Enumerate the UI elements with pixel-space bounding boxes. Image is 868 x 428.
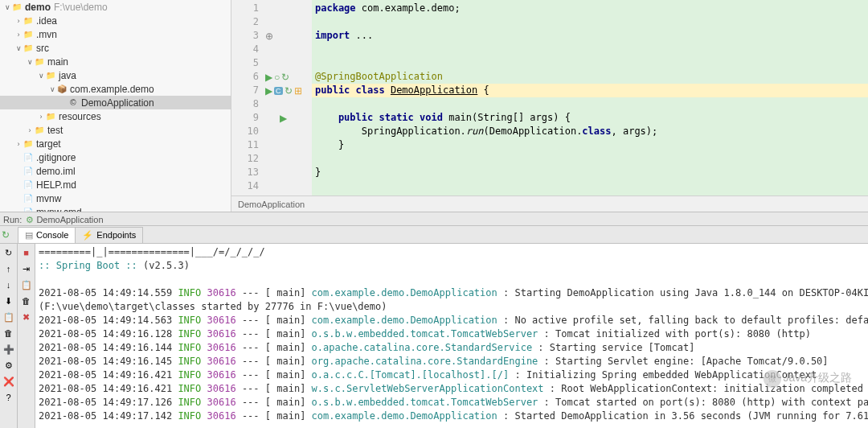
code-token: ... [350, 30, 373, 41]
chevron-icon[interactable]: › [37, 113, 45, 121]
file-icon: 📄 [23, 179, 34, 191]
tool-icon[interactable]: ■ [19, 245, 34, 260]
console-output[interactable]: =========|_|==============|___/=/_/_/_/ … [35, 244, 868, 428]
watermark-text: Java升级之路 [783, 371, 852, 384]
tree-item[interactable]: ›📁test [0, 123, 231, 137]
file-icon: 📁 [23, 138, 34, 150]
chevron-icon[interactable]: › [14, 140, 23, 148]
tool-button[interactable]: ↻ [2, 245, 16, 260]
code-editor[interactable]: 1234567891011121314 ⊕ ▶○↻ ▶C↻⊞ ▶ package… [231, 0, 868, 212]
tree-label: java [59, 70, 76, 81]
tree-item[interactable]: ∨📁java [0, 68, 231, 82]
tool-button[interactable]: ⬇ [2, 294, 16, 308]
tree-item[interactable]: ∨📦com.example.demo [0, 82, 231, 96]
tree-item[interactable]: 📄.gitignore [0, 150, 231, 164]
tree-label: main [47, 56, 68, 68]
tree-item[interactable]: ∨📁main [0, 55, 231, 68]
tool-button[interactable]: ? [2, 390, 16, 405]
tree-label: mvnw.cmd [36, 207, 82, 212]
tree-item[interactable]: ›📁.idea [0, 14, 231, 27]
code-token: , args); [611, 126, 657, 137]
project-tree: ∨📁demoF:\vue\demo›📁.idea›📁.mvn∨📁src∨📁mai… [0, 0, 231, 212]
code-token: (DemoApplication. [484, 126, 583, 137]
tab-console[interactable]: ▤Console [18, 227, 76, 243]
tool-button[interactable]: ➕ [2, 342, 16, 356]
tab-label: Endpoints [96, 230, 136, 240]
console-toolbar-2: ■ ⇥ 📋 🗑 ✖ [18, 244, 35, 428]
tool-icon[interactable]: ✖ [19, 310, 34, 324]
file-icon: 📄 [23, 193, 34, 204]
tree-label: src [36, 43, 49, 54]
chevron-icon[interactable]: ∨ [37, 72, 45, 80]
tree-item[interactable]: ©DemoApplication [0, 96, 231, 109]
chevron-icon[interactable]: › [26, 126, 34, 134]
tool-button[interactable]: ❌ [2, 374, 16, 389]
log-line: 2021-08-05 14:49:16.144 INFO 30616 --- [… [39, 341, 865, 355]
file-icon: 📁 [34, 56, 45, 68]
log-line: 2021-08-05 14:49:16.421 INFO 30616 --- [… [39, 368, 865, 382]
chevron-icon[interactable]: ∨ [48, 85, 56, 93]
console-tabs: ↻ ▤Console ⚡Endpoints [0, 226, 868, 244]
run-method-icon[interactable]: ▶ [280, 113, 287, 124]
tab-label: Console [36, 230, 68, 240]
tree-item[interactable]: 📄mvnw.cmd [0, 205, 231, 212]
log-line: 2021-08-05 14:49:14.559 INFO 30616 --- [… [39, 286, 865, 300]
rerun-icon[interactable]: ↻ [2, 229, 10, 241]
tool-button[interactable]: ⚙ [2, 358, 16, 372]
tree-label: mvnw [36, 193, 61, 204]
chevron-icon[interactable]: ∨ [3, 3, 11, 11]
file-icon: 📄 [23, 152, 34, 163]
file-icon: 📁 [45, 70, 56, 81]
tree-item[interactable]: 📄mvnw [0, 191, 231, 205]
tree-item[interactable]: 📄HELP.md [0, 178, 231, 191]
gutter-icons: ⊕ ▶○↻ ▶C↻⊞ ▶ [264, 0, 312, 212]
tool-button[interactable]: ↑ [2, 261, 16, 276]
chevron-icon[interactable]: ∨ [14, 44, 23, 52]
run-header: Run: ⚙ DemoApplication [0, 212, 868, 226]
breadcrumb[interactable]: DemoApplication [231, 195, 868, 212]
file-icon: 📁 [23, 43, 34, 54]
tool-button[interactable]: 🗑 [2, 326, 16, 340]
file-icon: 📁 [34, 125, 45, 136]
tree-item[interactable]: ›📁resources [0, 109, 231, 123]
chevron-icon[interactable]: › [14, 17, 23, 25]
line-gutter: 1234567891011121314 [231, 0, 264, 212]
chevron-icon[interactable]: › [14, 31, 23, 39]
code-token: import [315, 30, 350, 41]
tree-label: demo.iml [36, 166, 76, 177]
chevron-icon[interactable]: ∨ [26, 58, 34, 66]
tree-item[interactable]: ›📁target [0, 137, 231, 150]
code-token: class [582, 126, 611, 137]
tree-item[interactable]: ›📁.mvn [0, 27, 231, 41]
tool-icon[interactable]: ⇥ [19, 261, 34, 276]
code-token: package [315, 2, 356, 14]
fold-icon[interactable]: ⊕ [265, 31, 273, 42]
tree-label: .gitignore [36, 152, 76, 163]
tree-label: resources [59, 111, 101, 122]
run-gutter-icon[interactable]: ▶ [265, 72, 272, 83]
code-token: SpringApplication. [315, 126, 466, 137]
log-line: 2021-08-05 14:49:16.421 INFO 30616 --- [… [39, 382, 865, 396]
tool-button[interactable]: ↓ [2, 278, 16, 292]
file-icon: 📄 [23, 166, 34, 177]
code-area[interactable]: package com.example.demo; import ... @Sp… [312, 0, 868, 212]
tool-icon[interactable]: 🗑 [19, 294, 34, 308]
tree-item[interactable]: ∨📁src [0, 41, 231, 55]
code-token: com.example.demo; [356, 2, 461, 14]
log-line: 2021-08-05 14:49:14.563 INFO 30616 --- [… [39, 314, 865, 327]
tree-item[interactable]: ∨📁demoF:\vue\demo [0, 0, 231, 14]
tab-endpoints[interactable]: ⚡Endpoints [75, 227, 143, 243]
run-gutter-icon[interactable]: ▶ [265, 85, 272, 97]
file-icon: 📁 [23, 15, 34, 27]
tool-icon[interactable]: 📋 [19, 278, 34, 292]
code-token: { [477, 84, 489, 96]
code-token: } [315, 139, 344, 150]
tree-item[interactable]: 📄demo.iml [0, 164, 231, 178]
tree-label: com.example.demo [70, 84, 154, 95]
code-token: DemoApplication [391, 84, 477, 96]
tool-button[interactable]: 📋 [2, 310, 16, 324]
code-annotation: @SpringBootApplication [315, 71, 443, 82]
log-line: (F:\vue\demo\target\classes started by 2… [39, 300, 865, 314]
tree-label: .idea [36, 15, 57, 27]
code-token: main [448, 112, 472, 123]
